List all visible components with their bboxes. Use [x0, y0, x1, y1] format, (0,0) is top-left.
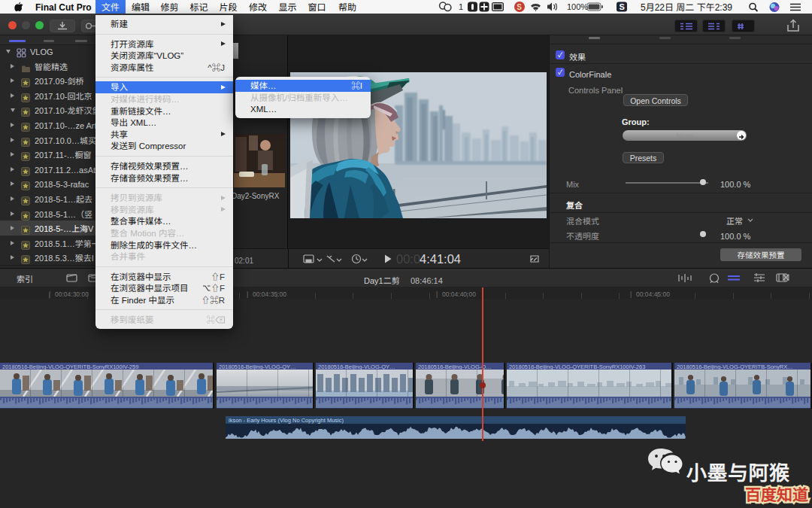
svg-text:4:41:04: 4:41:04	[420, 249, 461, 267]
svg-text:S: S	[620, 0, 625, 12]
svg-text:100%: 100%	[567, 0, 588, 12]
svg-text:00:0: 00:0	[396, 249, 420, 267]
svg-text:S: S	[517, 1, 522, 12]
svg-text:1: 1	[459, 0, 463, 12]
